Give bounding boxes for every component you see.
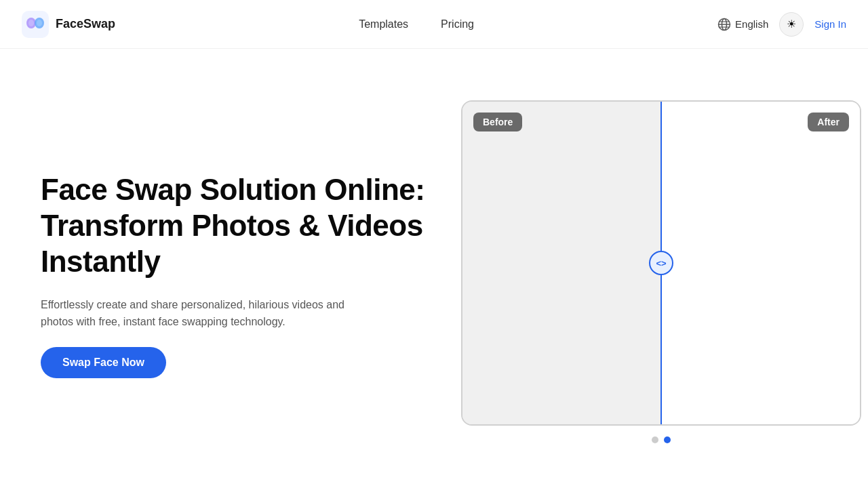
after-label: After [808, 113, 849, 131]
dot-2[interactable] [664, 436, 671, 443]
language-selector[interactable]: English [717, 18, 768, 31]
before-after-container[interactable]: Before After <> [461, 100, 861, 426]
handle-icon: <> [656, 258, 666, 268]
hero-left: Face Swap Solution Online: Transform Pho… [41, 172, 434, 378]
before-label: Before [473, 113, 522, 131]
globe-icon [717, 18, 731, 31]
before-image-half [462, 102, 661, 424]
dot-1[interactable] [652, 436, 658, 443]
svg-point-3 [28, 20, 34, 26]
slider-handle[interactable]: <> [649, 251, 673, 275]
main-content: Face Swap Solution Online: Transform Pho… [0, 49, 868, 488]
hero-description: Effortlessly create and share personaliz… [41, 296, 380, 331]
theme-toggle-button[interactable]: ☀ [779, 12, 804, 37]
nav-pricing[interactable]: Pricing [441, 18, 474, 30]
navbar: FaceSwap Templates Pricing English ☀ Sig… [0, 0, 868, 49]
brand-area: FaceSwap [22, 11, 115, 38]
svg-point-4 [37, 20, 42, 26]
sun-icon: ☀ [787, 18, 796, 30]
after-image-half [661, 102, 860, 424]
before-after-section: Before After <> [461, 100, 861, 443]
carousel-dots [652, 436, 671, 443]
nav-links: Templates Pricing [359, 18, 474, 30]
brand-name: FaceSwap [56, 17, 115, 31]
nav-templates[interactable]: Templates [359, 18, 408, 30]
signin-button[interactable]: Sign In [814, 18, 846, 30]
language-label: English [735, 18, 768, 30]
navbar-actions: English ☀ Sign In [717, 12, 846, 37]
logo-icon [22, 11, 49, 38]
hero-heading: Face Swap Solution Online: Transform Pho… [41, 172, 434, 279]
swap-face-button[interactable]: Swap Face Now [41, 347, 166, 378]
